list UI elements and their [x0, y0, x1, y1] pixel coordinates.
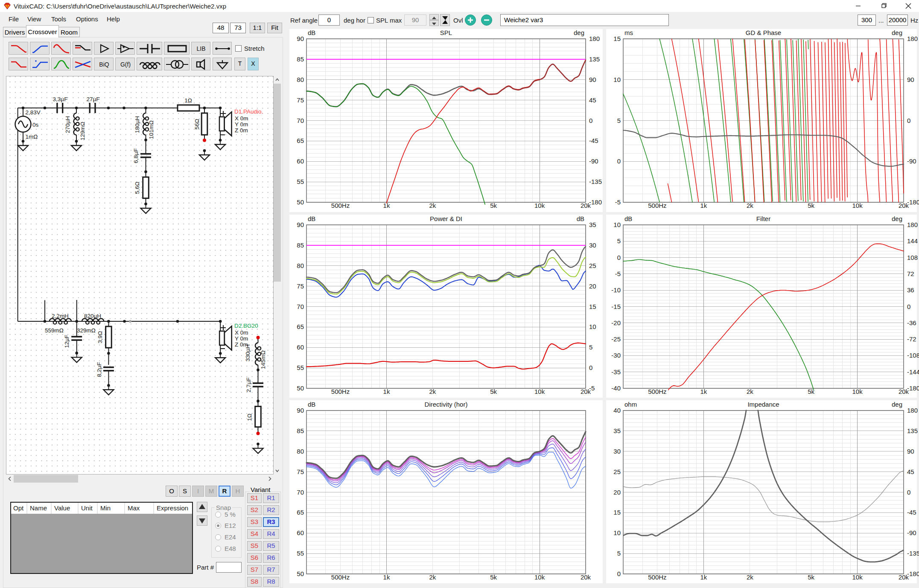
svg-text:ohm: ohm	[624, 401, 637, 408]
svg-text:55: 55	[297, 550, 304, 557]
svg-text:-20: -20	[611, 319, 621, 326]
svg-text:10k: 10k	[534, 388, 545, 395]
svg-text:108: 108	[907, 254, 918, 261]
svg-text:-180: -180	[907, 570, 919, 577]
svg-text:85: 85	[297, 55, 304, 63]
svg-text:Directivity (hor): Directivity (hor)	[425, 401, 468, 408]
svg-text:20k: 20k	[581, 388, 591, 395]
svg-text:20k: 20k	[899, 388, 909, 395]
svg-text:70: 70	[297, 489, 304, 496]
svg-text:5k: 5k	[808, 202, 814, 209]
svg-text:10k: 10k	[534, 573, 545, 581]
svg-text:-135: -135	[907, 550, 919, 557]
svg-text:-5: -5	[615, 198, 621, 206]
svg-text:70: 70	[297, 117, 304, 124]
svg-text:15: 15	[613, 509, 621, 516]
svg-text:Filter: Filter	[756, 215, 770, 222]
svg-text:-5: -5	[615, 270, 621, 277]
svg-text:-40: -40	[611, 384, 621, 392]
svg-text:500Hz: 500Hz	[331, 388, 350, 395]
svg-text:25: 25	[589, 262, 596, 269]
svg-text:80: 80	[297, 76, 304, 83]
svg-text:-180: -180	[907, 198, 919, 206]
svg-text:75: 75	[297, 468, 304, 475]
svg-text:1k: 1k	[383, 388, 390, 395]
svg-text:-10: -10	[611, 286, 621, 294]
svg-text:20k: 20k	[581, 573, 591, 581]
svg-text:-72: -72	[907, 335, 916, 343]
svg-text:2k: 2k	[429, 388, 436, 395]
svg-text:50: 50	[297, 198, 304, 206]
svg-text:50: 50	[297, 384, 304, 392]
svg-text:70: 70	[297, 303, 304, 310]
svg-text:65: 65	[297, 137, 304, 144]
svg-text:180: 180	[589, 35, 600, 42]
svg-text:72: 72	[907, 270, 914, 277]
svg-text:0: 0	[617, 157, 621, 165]
svg-text:0: 0	[617, 570, 621, 577]
svg-text:dB: dB	[308, 215, 315, 222]
svg-text:0: 0	[589, 364, 592, 371]
svg-text:20: 20	[613, 489, 621, 496]
svg-text:deg: deg	[574, 29, 584, 36]
svg-text:5k: 5k	[490, 388, 497, 395]
svg-text:60: 60	[297, 157, 304, 165]
svg-text:10: 10	[613, 221, 621, 228]
svg-text:85: 85	[297, 242, 304, 249]
svg-text:0: 0	[617, 254, 621, 261]
svg-text:90: 90	[907, 76, 914, 83]
svg-text:10: 10	[613, 529, 621, 536]
svg-text:-108: -108	[907, 352, 919, 359]
svg-text:10: 10	[613, 76, 621, 83]
svg-text:5k: 5k	[490, 573, 497, 581]
svg-text:80: 80	[297, 448, 304, 455]
svg-text:-25: -25	[611, 335, 621, 343]
svg-text:35: 35	[589, 221, 596, 228]
svg-text:5: 5	[617, 550, 621, 557]
svg-text:55: 55	[297, 178, 304, 185]
svg-text:-180: -180	[907, 384, 919, 392]
svg-text:25: 25	[613, 468, 621, 475]
svg-text:80: 80	[297, 262, 304, 269]
svg-text:-90: -90	[907, 157, 916, 165]
svg-text:0: 0	[907, 117, 910, 124]
svg-text:35: 35	[613, 427, 621, 434]
svg-text:ms: ms	[624, 29, 633, 36]
svg-text:10k: 10k	[852, 573, 863, 581]
svg-text:-144: -144	[907, 368, 919, 376]
svg-text:2k: 2k	[747, 388, 753, 395]
svg-text:-15: -15	[611, 303, 621, 310]
svg-text:dB: dB	[624, 215, 632, 222]
svg-text:45: 45	[589, 96, 596, 104]
svg-text:90: 90	[297, 407, 304, 414]
svg-text:0: 0	[907, 303, 910, 310]
svg-text:30: 30	[589, 242, 596, 249]
svg-text:55: 55	[297, 364, 304, 371]
svg-text:500Hz: 500Hz	[648, 202, 666, 209]
svg-text:dB: dB	[308, 401, 315, 408]
svg-text:5: 5	[589, 343, 592, 351]
svg-text:180: 180	[907, 407, 918, 414]
svg-text:65: 65	[297, 509, 304, 516]
svg-text:-45: -45	[589, 137, 598, 144]
svg-text:36: 36	[907, 286, 914, 294]
svg-text:144: 144	[907, 237, 918, 245]
svg-text:10k: 10k	[852, 388, 863, 395]
svg-text:deg: deg	[892, 215, 902, 222]
svg-text:1k: 1k	[383, 573, 390, 581]
svg-text:-45: -45	[907, 509, 916, 516]
svg-text:65: 65	[297, 323, 304, 330]
svg-text:1k: 1k	[700, 573, 707, 581]
svg-text:0: 0	[907, 489, 910, 496]
svg-text:75: 75	[297, 96, 304, 104]
svg-text:5: 5	[617, 117, 621, 124]
svg-text:1k: 1k	[700, 202, 707, 209]
svg-text:20k: 20k	[899, 573, 909, 581]
svg-text:90: 90	[589, 76, 596, 83]
svg-text:-30: -30	[611, 352, 621, 359]
svg-text:2k: 2k	[429, 573, 436, 581]
svg-text:500Hz: 500Hz	[648, 388, 666, 395]
svg-text:deg: deg	[892, 401, 902, 408]
svg-text:Power & DI: Power & DI	[430, 215, 462, 222]
svg-text:60: 60	[297, 343, 304, 351]
